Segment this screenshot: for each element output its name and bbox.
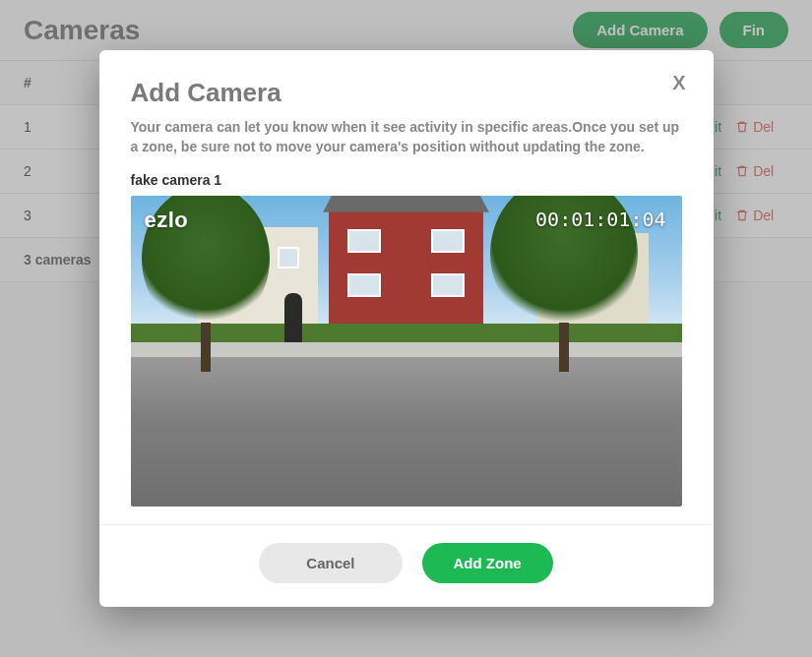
modal-description: Your camera can let you know when it see…: [131, 118, 682, 156]
modal-overlay[interactable]: X Add Camera Your camera can let you kno…: [0, 0, 812, 657]
modal-title: Add Camera: [131, 78, 682, 108]
modal-footer: Cancel Add Zone: [99, 524, 714, 607]
camera-name-label: fake camera 1: [131, 172, 682, 188]
close-icon[interactable]: X: [672, 72, 685, 94]
ezlo-logo: ezlo: [145, 208, 189, 233]
add-camera-modal: X Add Camera Your camera can let you kno…: [99, 50, 714, 607]
add-zone-button[interactable]: Add Zone: [422, 543, 553, 583]
camera-preview[interactable]: ezlo 00:01:01:04: [131, 196, 682, 507]
camera-timestamp: 00:01:01:04: [535, 208, 665, 231]
cancel-button[interactable]: Cancel: [259, 543, 402, 583]
